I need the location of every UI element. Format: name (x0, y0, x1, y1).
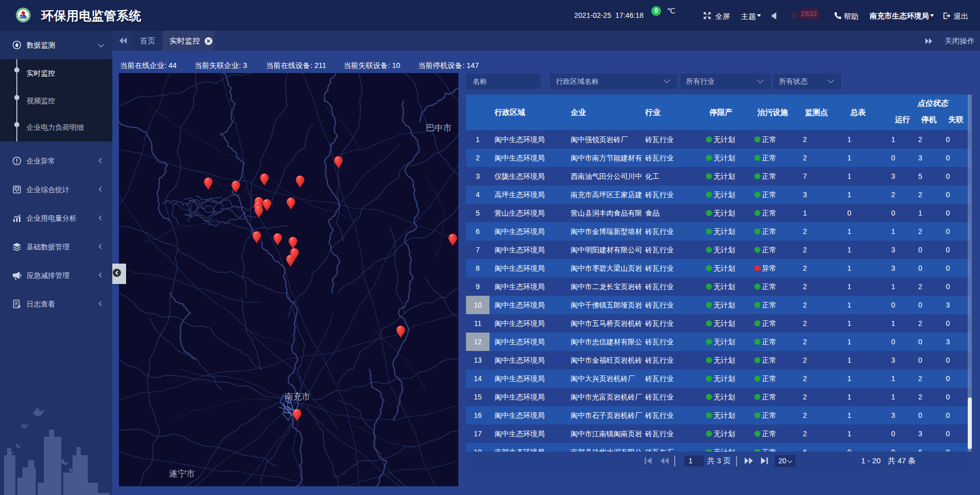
svg-text:巴中市: 巴中市 (426, 123, 452, 133)
svg-text:遂宁市: 遂宁市 (169, 469, 195, 479)
svg-text:南充市: 南充市 (284, 392, 310, 402)
